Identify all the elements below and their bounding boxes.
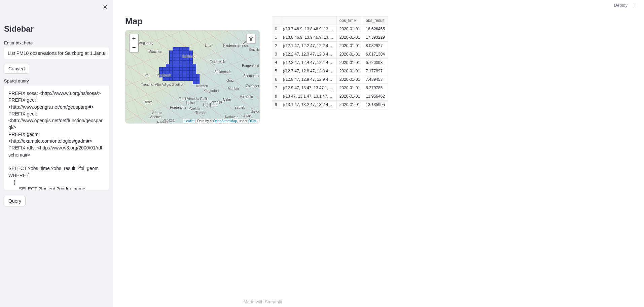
leaflet-link[interactable]: Leaflet (184, 119, 194, 123)
streamlit-link[interactable]: Streamlit (265, 299, 282, 304)
zoom-out-button[interactable]: − (130, 43, 138, 52)
table-header[interactable] (272, 16, 280, 25)
close-icon[interactable]: ✕ (101, 3, 109, 11)
map-place-label: Celje (223, 98, 231, 101)
footer: Made with Streamlit (244, 299, 282, 304)
map-place-label: Augsburg (139, 41, 153, 45)
query-label: Sparql query (4, 78, 109, 83)
map-place-label: Linz (205, 44, 211, 47)
map-place-label: Graz (226, 79, 234, 82)
map-place-label: Bjelovar (251, 110, 260, 113)
map-place-label: Zalaegerszeg (246, 84, 260, 88)
map-place-label: Maribor (228, 87, 239, 91)
map-place-label: Zagreb (235, 106, 245, 109)
text-input-label: Enter text here (4, 40, 109, 45)
map-place-label: Gorizia (189, 107, 200, 111)
map-place-label: Padova (157, 121, 169, 124)
map-place-label: Trieste (195, 111, 206, 115)
zoom-control: + − (129, 34, 139, 53)
map-place-label: Slovenija (208, 100, 222, 104)
map-place-label: Burgenland (242, 64, 259, 68)
map-place-label: Szombathely (243, 74, 260, 78)
map-place-label: Klagenfurt (204, 89, 219, 93)
table-row[interactable]: 0((13.7 46.9, 13.8 46.9, 13.8 47, 13.7 4… (272, 25, 388, 33)
table-row[interactable]: 2((12.1 47, 12.2 47, 12.2 47.1, 12.1 47.… (272, 42, 388, 50)
table-row[interactable]: 7((12.9 47, 13 47, 13 47.1, 12.9 47.1, 1… (272, 84, 388, 92)
menu-icon[interactable]: ⋮ (631, 2, 639, 8)
layers-icon[interactable] (246, 34, 256, 44)
map-place-label: Sisak (243, 114, 251, 117)
map[interactable]: + − Leaflet | Data by © OpenStreetMap, u… (125, 30, 260, 124)
table-header[interactable] (280, 16, 336, 25)
main-area: Deploy ⋮ Map + − (113, 0, 644, 307)
svg-marker-0 (249, 37, 253, 39)
odbl-link[interactable]: ODbL (248, 119, 257, 123)
map-place-label: Ljubljana (203, 103, 216, 107)
query-button[interactable]: Query (4, 196, 26, 206)
table-row[interactable]: 9((13.1 47, 13.2 47, 13.2 47.1, 13.1 47.… (272, 101, 388, 109)
map-place-label: Trento (143, 100, 153, 104)
table-row[interactable]: 5((12.7 47, 12.8 47, 12.8 47.1, 12.7 47.… (272, 67, 388, 75)
table-row[interactable]: 3((12.2 47, 12.3 47, 12.3 47.1, 12.2 47.… (272, 50, 388, 59)
table-header[interactable]: obs_result (363, 16, 388, 25)
map-place-label: Vicenza (150, 115, 162, 119)
map-place-label: Karlovac (225, 115, 238, 119)
map-place-label: Veneto (152, 111, 162, 115)
map-place-label: Varaždin (240, 95, 253, 99)
map-place-label: Österreich (210, 60, 225, 64)
sidebar-title: Sidebar (4, 24, 109, 34)
map-place-label: Kärnten (196, 84, 208, 88)
text-input[interactable] (4, 47, 109, 59)
table-row[interactable]: 6((12.8 47, 12.9 47, 12.9 47.1, 12.8 47.… (272, 75, 388, 84)
map-place-label: Pordenone (170, 106, 186, 109)
map-place-label: Bratislava (249, 48, 260, 52)
map-place-label: Venezia (163, 118, 175, 122)
map-place-label: Steiermark (214, 70, 230, 74)
map-polygon-overlay (159, 47, 200, 84)
table-row[interactable]: 4((12.3 47, 12.4 47, 12.4 47.1, 12.3 47.… (272, 59, 388, 67)
map-title: Map (125, 16, 260, 27)
map-place-label: Niederösterreich (223, 44, 248, 47)
table-header[interactable]: obs_time (336, 16, 363, 25)
data-table[interactable]: obs_timeobs_result 0((13.7 46.9, 13.8 46… (272, 16, 388, 109)
osm-link[interactable]: OpenStreetMap (213, 119, 237, 123)
convert-button[interactable]: Convert (4, 64, 29, 74)
data-table-container: obs_timeobs_result 0((13.7 46.9, 13.8 46… (272, 16, 380, 109)
map-place-label: Tirol (143, 73, 149, 77)
sidebar: ✕ Sidebar Enter text here Convert Sparql… (0, 0, 113, 307)
map-place-label: Friuli-Venezia Giulia (179, 97, 209, 101)
zoom-in-button[interactable]: + (130, 34, 138, 43)
sparql-textarea[interactable] (4, 86, 109, 190)
map-place-label: Udine (186, 101, 195, 105)
table-row[interactable]: 1((13.8 46.9, 13.9 46.9, 13.9 47, 13.8 4… (272, 33, 388, 42)
table-row[interactable]: 8((13 47, 13.1 47, 13.1 47.1, 13 47.1, 1… (272, 92, 388, 101)
deploy-button[interactable]: Deploy (614, 3, 628, 8)
map-attribution: Leaflet | Data by © OpenStreetMap, under… (183, 119, 259, 123)
